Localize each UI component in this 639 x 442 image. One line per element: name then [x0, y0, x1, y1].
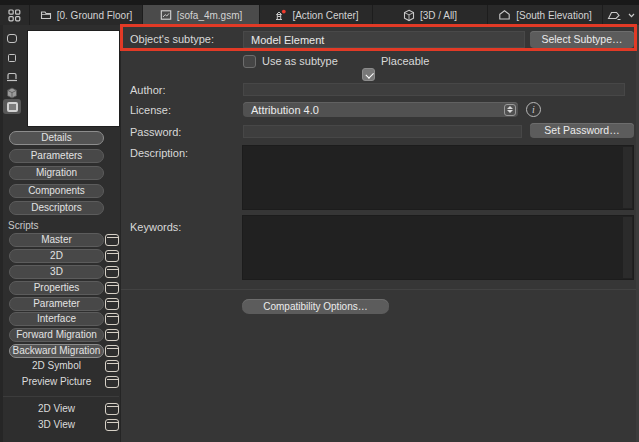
- 3d-cube-icon: [403, 9, 415, 22]
- button-label: 2D: [50, 251, 63, 261]
- 2d-symbol-icon: [7, 34, 17, 43]
- tab-label: [Action Center]: [292, 10, 358, 21]
- chevron-up-icon: [507, 106, 513, 109]
- open-window-icon[interactable]: [105, 313, 119, 325]
- front-view-arch-icon: [6, 71, 18, 82]
- keywords-label: Keywords:: [130, 221, 181, 234]
- open-window-icon[interactable]: [105, 282, 119, 294]
- open-window-icon[interactable]: [105, 298, 119, 310]
- page-button-parameters[interactable]: Parameters: [9, 149, 104, 163]
- button-label: Backward Migration: [13, 346, 101, 356]
- page-button-descriptors[interactable]: Descriptors: [9, 201, 104, 215]
- item-label: 2D View: [38, 404, 75, 414]
- item-2d-symbol[interactable]: 2D Symbol: [9, 359, 104, 372]
- script-button-backward-migration[interactable]: Backward Migration: [9, 344, 104, 358]
- author-label: Author:: [130, 84, 165, 97]
- button-label: 3D: [50, 267, 63, 277]
- placeable-checkbox[interactable]: [362, 68, 375, 81]
- script-button-2d[interactable]: 2D: [9, 249, 104, 263]
- open-window-icon[interactable]: [105, 360, 119, 372]
- preview-mode-front-view[interactable]: [3, 69, 21, 84]
- button-label: Forward Migration: [16, 330, 97, 340]
- chevron-down-icon: [507, 110, 513, 113]
- subtype-field[interactable]: Model Element: [243, 31, 525, 48]
- description-textarea[interactable]: [242, 145, 634, 210]
- open-window-icon[interactable]: [105, 403, 119, 415]
- item-label: 3D View: [38, 420, 75, 430]
- open-window-icon[interactable]: [105, 329, 119, 341]
- preview-mode-picture[interactable]: [3, 99, 21, 114]
- tab-3d-all[interactable]: [3D / All]: [373, 5, 488, 25]
- item-preview-picture[interactable]: Preview Picture: [9, 375, 104, 388]
- use-as-subtype-checkbox[interactable]: [243, 55, 256, 68]
- object-picture-icon: [160, 9, 172, 21]
- tab-ground-floor[interactable]: [0. Ground Floor]: [30, 5, 143, 25]
- textarea-scrollbar-track[interactable]: [623, 217, 632, 278]
- open-window-icon[interactable]: [105, 250, 119, 262]
- open-window-icon[interactable]: [105, 234, 119, 246]
- preview-mode-2d-symbol[interactable]: [3, 31, 21, 46]
- script-button-3d[interactable]: 3D: [9, 265, 104, 279]
- open-window-icon[interactable]: [105, 345, 119, 357]
- script-button-parameter[interactable]: Parameter: [9, 297, 104, 311]
- info-icon: i: [532, 104, 535, 115]
- button-label: Interface: [37, 314, 76, 324]
- item-3d-view[interactable]: 3D View: [9, 418, 104, 431]
- page-button-migration[interactable]: Migration: [9, 166, 104, 180]
- open-window-icon[interactable]: [105, 266, 119, 278]
- password-label: Password:: [130, 126, 181, 139]
- preview-mode-2d-view[interactable]: [3, 50, 21, 65]
- chevron-down-icon: [628, 13, 635, 18]
- tab-south-elevation[interactable]: [South Elevation]: [488, 5, 603, 25]
- preview-picture-icon: [7, 102, 18, 112]
- button-label: Parameters: [31, 151, 83, 161]
- button-label: Select Subtype…: [541, 34, 622, 45]
- script-button-master[interactable]: Master: [9, 233, 104, 247]
- author-field[interactable]: [243, 83, 625, 96]
- floor-plan-icon: [40, 9, 52, 21]
- preview-mode-3d-view[interactable]: [3, 85, 21, 100]
- button-label: Migration: [36, 168, 77, 178]
- button-label: Descriptors: [31, 203, 82, 213]
- textarea-scrollbar-track[interactable]: [623, 147, 632, 208]
- button-label: Parameter: [33, 299, 80, 309]
- tab-sofa-gsm[interactable]: [sofa_4m.gsm]: [143, 5, 260, 25]
- action-center-tower-icon: [273, 9, 287, 22]
- scripts-section-label: Scripts: [8, 220, 39, 231]
- script-button-interface[interactable]: Interface: [9, 312, 104, 326]
- tab-overview-button[interactable]: [0, 5, 30, 25]
- object-preview-canvas[interactable]: [27, 30, 120, 127]
- view-switch-dropdown[interactable]: [603, 5, 639, 25]
- keywords-textarea[interactable]: [242, 215, 634, 280]
- grid-icon: [8, 9, 21, 22]
- item-label: Preview Picture: [22, 377, 91, 387]
- tab-label: [sofa_4m.gsm]: [177, 10, 243, 21]
- open-window-icon[interactable]: [105, 419, 119, 431]
- sidebar-divider: [3, 396, 119, 397]
- compatibility-options-button[interactable]: Compatibility Options…: [242, 299, 389, 314]
- license-dropdown[interactable]: Attribution 4.0: [243, 102, 518, 117]
- item-label: 2D Symbol: [32, 361, 81, 371]
- button-label: Master: [41, 235, 72, 245]
- axonometry-icon: [607, 9, 623, 22]
- set-password-button[interactable]: Set Password…: [530, 123, 634, 138]
- 2d-view-icon: [8, 54, 16, 62]
- script-button-forward-migration[interactable]: Forward Migration: [9, 328, 104, 342]
- script-button-properties[interactable]: Properties: [9, 281, 104, 295]
- password-field[interactable]: [243, 125, 522, 138]
- item-2d-view[interactable]: 2D View: [9, 402, 104, 415]
- stepper-icon: [504, 104, 516, 116]
- section-divider: [121, 289, 639, 290]
- page-button-components[interactable]: Components: [9, 184, 104, 198]
- tab-label: [South Elevation]: [516, 10, 592, 21]
- license-info-button[interactable]: i: [526, 102, 541, 117]
- tab-action-center[interactable]: [Action Center]: [260, 5, 373, 25]
- open-window-icon[interactable]: [105, 376, 119, 388]
- select-subtype-button[interactable]: Select Subtype…: [530, 31, 634, 48]
- license-value: Attribution 4.0: [251, 104, 319, 116]
- description-label: Description:: [130, 147, 188, 160]
- button-label: Components: [28, 186, 85, 196]
- use-as-subtype-label: Use as subtype: [262, 55, 338, 68]
- page-button-details[interactable]: Details: [9, 131, 104, 145]
- elevation-house-icon: [498, 9, 511, 21]
